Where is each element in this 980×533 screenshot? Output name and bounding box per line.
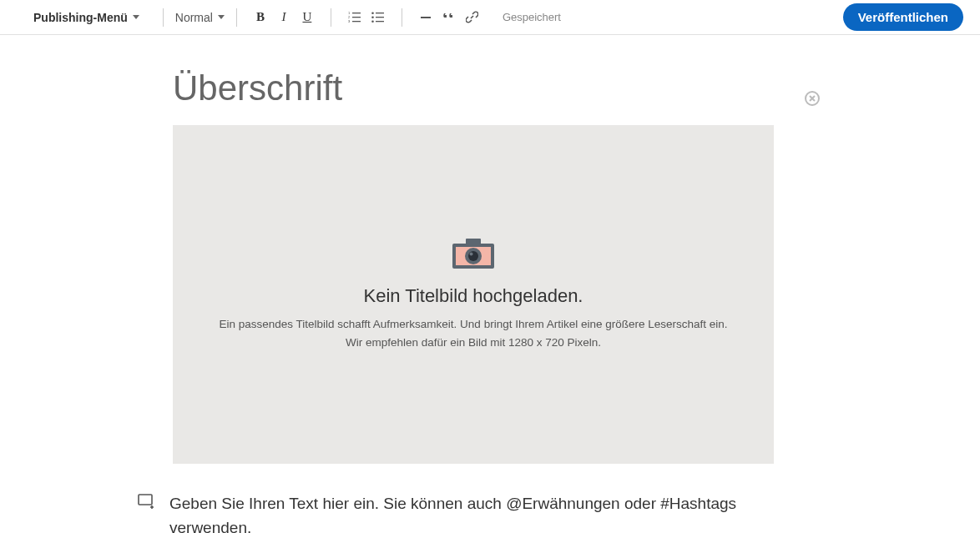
unordered-list-button[interactable] (366, 6, 390, 29)
italic-button[interactable]: I (272, 6, 296, 29)
svg-point-18 (468, 251, 478, 261)
svg-rect-2 (352, 21, 361, 22)
editor-area: Überschrift Kein Titelbild hochgeladen. … (173, 35, 807, 533)
publishing-menu-button[interactable]: Publishing-Menü (33, 11, 139, 24)
saved-status: Gespeichert (503, 11, 561, 23)
svg-rect-0 (352, 13, 361, 13)
svg-rect-9 (376, 13, 384, 13)
cover-image-upload[interactable]: Kein Titelbild hochgeladen. Ein passende… (173, 125, 774, 464)
link-button[interactable] (461, 6, 484, 29)
text-style-label: Normal (175, 11, 213, 24)
cover-image-subtitle: Ein passendes Titelbild schafft Aufmerks… (219, 315, 727, 351)
headline-input[interactable]: Überschrift (173, 60, 807, 125)
blockquote-button[interactable] (437, 6, 461, 29)
camera-icon (451, 237, 496, 274)
editor-toolbar: Publishing-Menü Normal B I U 123 (0, 0, 980, 35)
svg-rect-11 (376, 21, 384, 22)
publish-button[interactable]: Veröffentlichen (843, 3, 963, 31)
ordered-list-button[interactable]: 123 (343, 6, 366, 29)
svg-rect-10 (376, 17, 384, 18)
svg-text:3: 3 (348, 19, 351, 23)
svg-point-6 (372, 12, 375, 14)
underline-button[interactable]: U (296, 6, 319, 29)
body-text-input[interactable]: Geben Sie Ihren Text hier ein. Sie könne… (169, 492, 774, 533)
svg-point-7 (372, 16, 375, 18)
cover-image-title: Kein Titelbild hochgeladen. (364, 285, 583, 307)
bold-button[interactable]: B (249, 6, 272, 29)
chevron-down-icon (218, 15, 225, 19)
svg-rect-1 (352, 17, 361, 18)
horizontal-rule-button[interactable] (414, 6, 437, 29)
publishing-menu-label: Publishing-Menü (33, 11, 128, 24)
svg-rect-12 (421, 17, 431, 18)
svg-point-8 (372, 20, 375, 23)
text-style-select[interactable]: Normal (175, 11, 225, 24)
svg-rect-16 (466, 239, 481, 245)
chevron-down-icon (133, 15, 139, 19)
svg-point-19 (470, 253, 473, 256)
svg-rect-20 (139, 495, 152, 505)
close-icon[interactable] (804, 90, 821, 110)
insert-block-button[interactable] (138, 494, 156, 512)
